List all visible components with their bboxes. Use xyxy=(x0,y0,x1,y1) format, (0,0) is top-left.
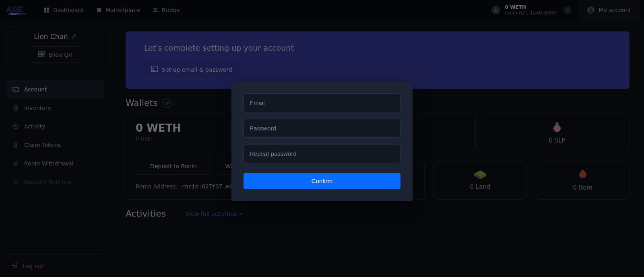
modal-overlay[interactable]: Confirm xyxy=(0,0,644,277)
repeat-password-input[interactable] xyxy=(244,144,400,163)
confirm-button[interactable]: Confirm xyxy=(244,173,400,189)
password-input[interactable] xyxy=(244,119,400,138)
email-input[interactable] xyxy=(244,93,400,112)
setup-credentials-modal: Confirm xyxy=(231,82,413,201)
